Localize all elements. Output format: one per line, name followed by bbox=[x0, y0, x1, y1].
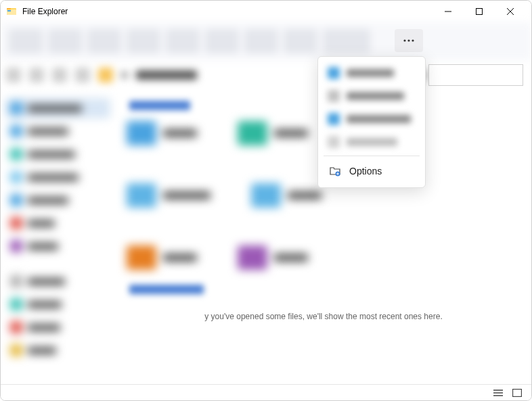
svg-point-10 bbox=[412, 39, 414, 41]
file-explorer-window: File Explorer bbox=[0, 0, 532, 401]
folder-tile[interactable] bbox=[127, 183, 210, 208]
menu-item-blurred[interactable] bbox=[322, 62, 421, 84]
ellipsis-icon bbox=[403, 34, 415, 47]
folder-tile[interactable] bbox=[238, 245, 308, 270]
svg-rect-3 bbox=[7, 10, 11, 11]
menu-item-options[interactable]: Options bbox=[321, 159, 422, 183]
sidebar bbox=[1, 90, 116, 384]
sidebar-item[interactable] bbox=[6, 144, 110, 164]
sidebar-item[interactable] bbox=[6, 340, 110, 360]
svg-rect-5 bbox=[476, 9, 483, 15]
window-controls bbox=[433, 1, 526, 22]
titlebar: File Explorer bbox=[1, 1, 531, 22]
section-header bbox=[129, 285, 204, 294]
statusbar bbox=[1, 384, 531, 400]
folder-tile[interactable] bbox=[127, 121, 197, 145]
menu-item-blurred[interactable] bbox=[322, 108, 421, 130]
options-label: Options bbox=[349, 166, 382, 176]
menu-item-blurred[interactable] bbox=[322, 131, 421, 153]
more-options-button[interactable] bbox=[395, 29, 423, 52]
recent-files-hint: y you've opened some files, we'll show t… bbox=[127, 306, 520, 321]
sidebar-item[interactable] bbox=[6, 167, 110, 187]
svg-rect-15 bbox=[513, 389, 522, 396]
grid-icon bbox=[512, 389, 522, 397]
addressbar-area bbox=[1, 60, 531, 90]
folder-tile[interactable] bbox=[238, 121, 308, 145]
more-options-menu: Options bbox=[317, 56, 426, 188]
sidebar-item[interactable] bbox=[6, 294, 110, 314]
sidebar-item[interactable] bbox=[6, 121, 110, 141]
minimize-button[interactable] bbox=[433, 1, 464, 22]
toolbar bbox=[1, 22, 531, 60]
thumbnails-view-button[interactable] bbox=[510, 387, 525, 399]
sidebar-item[interactable] bbox=[6, 317, 110, 337]
sidebar-item[interactable] bbox=[6, 98, 110, 118]
section-header bbox=[129, 101, 190, 110]
close-button[interactable] bbox=[495, 1, 526, 22]
sidebar-item[interactable] bbox=[6, 236, 110, 256]
sidebar-item[interactable] bbox=[6, 271, 110, 291]
sidebar-item[interactable] bbox=[6, 213, 110, 233]
maximize-button[interactable] bbox=[464, 1, 495, 22]
options-icon bbox=[329, 165, 341, 177]
details-view-button[interactable] bbox=[491, 387, 506, 399]
content-area: y you've opened some files, we'll show t… bbox=[1, 90, 531, 384]
window-title: File Explorer bbox=[22, 7, 433, 16]
list-icon bbox=[493, 389, 503, 397]
svg-point-8 bbox=[403, 39, 405, 41]
folder-tile[interactable] bbox=[251, 183, 322, 208]
search-box[interactable] bbox=[428, 64, 523, 86]
folder-tile[interactable] bbox=[127, 245, 197, 270]
menu-item-blurred[interactable] bbox=[322, 85, 421, 107]
menu-divider bbox=[324, 156, 420, 156]
svg-point-9 bbox=[407, 39, 409, 41]
file-explorer-icon bbox=[6, 6, 17, 17]
sidebar-item[interactable] bbox=[6, 190, 110, 210]
